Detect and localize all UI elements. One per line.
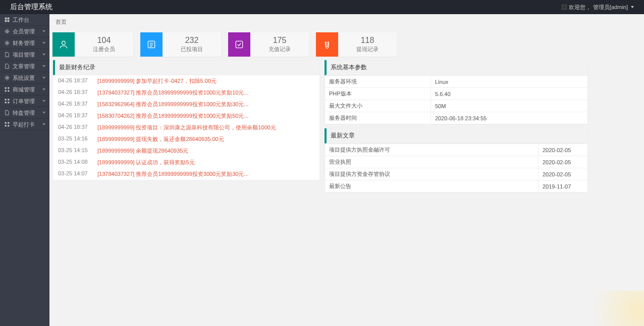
chevron-down-icon	[42, 54, 45, 56]
sidebar-item-6[interactable]: 商城管理	[0, 84, 49, 96]
article-row[interactable]: 项目提供方执照金融许可2020-02-05	[325, 144, 588, 156]
stat-body: 175充值记录	[250, 32, 309, 57]
sidebar-item-7[interactable]: 订单管理	[0, 96, 49, 107]
sysinfo-row: 最大文件大小50M	[325, 100, 588, 112]
user-icon	[52, 32, 75, 57]
chevron-down-icon	[631, 6, 634, 8]
grid-icon	[4, 122, 10, 127]
app-header: 后台管理系统 欢迎您， 管理员[admin]	[0, 0, 644, 14]
finance-date: 04-26 18:37	[58, 112, 90, 120]
finance-text: [18999999999] 余额提现28640935元	[97, 147, 188, 155]
check-icon	[228, 32, 250, 57]
finance-list: 04-26 18:37[18999999999] 参加早起打卡-0427，扣除5…	[53, 75, 319, 180]
sidebar-item-label: 订单管理	[13, 98, 42, 105]
sidebar-item-label: 财务管理	[13, 39, 42, 47]
sidebar-item-3[interactable]: 项目管理	[0, 49, 49, 61]
article-date: 2019-11-07	[539, 180, 588, 193]
sidebar-item-4[interactable]: 文章管理	[0, 61, 49, 72]
finance-text: [18999999999] 参加早起打卡-0427，扣除5.00元	[97, 77, 217, 85]
finance-date: 04-26 18:37	[58, 101, 90, 108]
stat-value: 104	[97, 36, 111, 44]
breadcrumb-home[interactable]: 首页	[56, 18, 67, 26]
finance-text: [18999999999] 认证成功，获得奖励5元	[97, 159, 195, 166]
sidebar-item-9[interactable]: 早起打卡	[0, 119, 49, 130]
panel-sysinfo-title: 系统基本参数	[325, 60, 588, 75]
chevron-down-icon	[42, 77, 45, 79]
sysinfo-value: Linux	[431, 76, 588, 88]
money-icon	[316, 32, 338, 57]
stat-row: 104注册会员232已投项目175充值记录118提现记录	[49, 29, 644, 60]
user-menu[interactable]: 欢迎您， 管理员[admin]	[562, 4, 634, 11]
chevron-down-icon	[42, 123, 45, 125]
file-icon	[4, 64, 10, 69]
finance-date: 04-26 18:37	[58, 124, 90, 131]
welcome-text: 欢迎您，	[569, 4, 591, 11]
panel-finance: 最新财务纪录 04-26 18:37[18999999999] 参加早起打卡-0…	[52, 60, 320, 180]
stat-label: 提现记录	[356, 45, 379, 53]
stat-card-2[interactable]: 175充值记录	[228, 32, 309, 57]
finance-row[interactable]: 04-26 18:37[18999999999] 参加早起打卡-0427，扣除5…	[53, 75, 319, 87]
avatar-icon	[562, 5, 567, 10]
finance-date: 03-25 14:16	[58, 135, 90, 143]
finance-row[interactable]: 04-26 18:37[13784037327] 推荐会员18999999999…	[53, 87, 319, 99]
sidebar-item-label: 早起打卡	[13, 121, 42, 128]
article-row[interactable]: 最新公告2019-11-07	[325, 180, 588, 193]
breadcrumb: 首页	[49, 14, 644, 29]
sidebar: 工作台会员管理财务管理项目管理文章管理系统设置商城管理订单管理转盘管理早起打卡	[0, 14, 49, 326]
sysinfo-key: 最大文件大小	[325, 100, 431, 112]
chevron-down-icon	[42, 30, 45, 32]
stat-body: 232已投项目	[163, 32, 221, 57]
chevron-down-icon	[42, 65, 45, 67]
chevron-down-icon	[42, 112, 45, 114]
sidebar-item-2[interactable]: 财务管理	[0, 37, 49, 49]
finance-row[interactable]: 04-26 18:37[15832962964] 推荐会员18999999999…	[53, 99, 319, 110]
finance-row[interactable]: 03-25 14:07[13784037327] 推荐会员18999999999…	[53, 168, 319, 180]
sidebar-item-label: 商城管理	[13, 86, 42, 94]
finance-text: [15832962964] 推荐会员18999999999投资1000元奖励30…	[97, 101, 249, 108]
article-title: 项目提供方执照金融许可	[325, 144, 539, 156]
sidebar-item-1[interactable]: 会员管理	[0, 26, 49, 37]
article-date: 2020-02-05	[539, 144, 588, 156]
article-date: 2020-02-05	[539, 156, 588, 168]
finance-text: [18999999999] 提现失败，返还金额28640935.00元	[97, 135, 224, 143]
finance-date: 03-25 14:08	[58, 159, 90, 166]
finance-date: 03-25 14:15	[58, 147, 90, 155]
grid-icon	[4, 87, 10, 92]
stat-card-1[interactable]: 232已投项目	[140, 32, 221, 57]
finance-row[interactable]: 03-25 14:08[18999999999] 认证成功，获得奖励5元	[53, 157, 319, 168]
sidebar-item-label: 转盘管理	[13, 109, 42, 117]
stat-value: 175	[273, 36, 287, 44]
finance-row[interactable]: 03-25 14:15[18999999999] 余额提现28640935元	[53, 145, 319, 157]
stat-label: 注册会员	[93, 45, 115, 53]
sidebar-item-label: 文章管理	[13, 63, 42, 70]
stat-card-0[interactable]: 104注册会员	[52, 32, 133, 57]
sysinfo-value: 50M	[431, 100, 588, 112]
panel-articles: 最新文章 项目提供方执照金融许可2020-02-05营业执照2020-02-05…	[324, 128, 588, 193]
app-title: 后台管理系统	[10, 3, 52, 12]
finance-text: [18999999999] 投资项目：深圳康之源泉科技有限公司，使用余额1000…	[97, 124, 276, 131]
panel-articles-title: 最新文章	[325, 128, 588, 144]
article-title: 营业执照	[325, 156, 539, 168]
finance-row[interactable]: 04-26 18:37[15830704262] 推荐会员18999999999…	[53, 110, 319, 122]
article-title: 最新公告	[325, 180, 539, 193]
sysinfo-value: 5.6.40	[431, 88, 588, 100]
stat-label: 已投项目	[181, 45, 203, 53]
finance-date: 04-26 18:37	[58, 77, 90, 85]
sidebar-item-8[interactable]: 转盘管理	[0, 107, 49, 119]
finance-row[interactable]: 03-25 14:16[18999999999] 提现失败，返还金额286409…	[53, 133, 319, 145]
article-row[interactable]: 项目提供方资金存管协议2020-02-05	[325, 168, 588, 180]
stat-card-3[interactable]: 118提现记录	[316, 32, 397, 57]
sysinfo-key: PHP版本	[325, 88, 431, 100]
finance-text: [15830704262] 推荐会员18999999999投资1000元奖励50…	[97, 112, 249, 120]
list-icon	[140, 32, 163, 57]
gear-icon	[4, 75, 10, 80]
chevron-down-icon	[42, 88, 45, 90]
article-row[interactable]: 营业执照2020-02-05	[325, 156, 588, 168]
finance-row[interactable]: 04-26 18:37[18999999999] 投资项目：深圳康之源泉科技有限…	[53, 122, 319, 133]
sysinfo-table: 服务器环境LinuxPHP版本5.6.40最大文件大小50M服务器时间2020-…	[325, 75, 588, 124]
sidebar-item-0[interactable]: 工作台	[0, 14, 49, 26]
finance-text: [13784037327] 推荐会员18999999999投资3000元奖励30…	[97, 170, 249, 178]
sysinfo-row: 服务器时间2020-06-18 23:34:55	[325, 112, 588, 124]
dashboard-icon	[4, 17, 10, 22]
sidebar-item-5[interactable]: 系统设置	[0, 72, 49, 84]
